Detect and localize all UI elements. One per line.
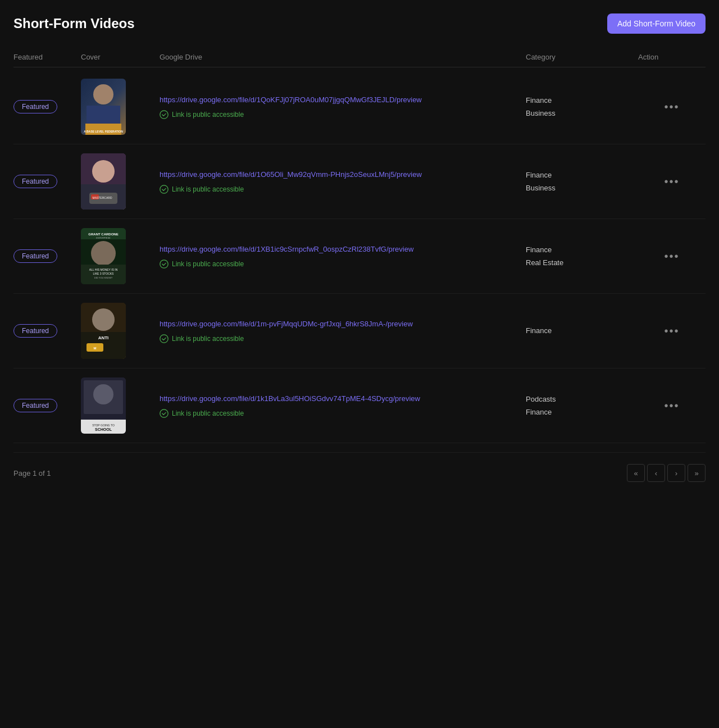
public-label: Link is public accessible	[172, 260, 244, 268]
featured-cell: Featured	[13, 100, 81, 113]
cover-cell: A BASE LEVEL FEDERATION	[81, 79, 160, 135]
svg-point-21	[160, 260, 168, 268]
drive-cell: https://drive.google.com/file/d/1XB1ic9c…	[160, 244, 526, 269]
table-row: Featured STOP GOING TO SCHOOL https://dr…	[13, 368, 706, 443]
action-cell: •••	[638, 173, 706, 190]
videos-table: Featured Cover Google Drive Category Act…	[13, 47, 706, 443]
featured-badge: Featured	[13, 249, 57, 263]
drive-link[interactable]: https://drive.google.com/file/d/1XB1ic9c…	[160, 244, 515, 255]
page-header: Short-Form Videos Add Short-Form Video	[13, 13, 706, 34]
category-item: Finance	[526, 243, 638, 256]
header-category: Category	[526, 53, 638, 61]
svg-point-23	[92, 308, 115, 331]
header-google-drive: Google Drive	[160, 53, 526, 61]
svg-point-0	[93, 84, 113, 104]
public-label: Link is public accessible	[172, 410, 244, 417]
featured-badge: Featured	[13, 100, 57, 113]
header-action: Action	[638, 53, 706, 61]
header-cover: Cover	[81, 53, 160, 61]
action-cell: •••	[638, 98, 706, 116]
public-badge: Link is public accessible	[160, 260, 515, 269]
first-page-button[interactable]: «	[627, 464, 645, 482]
svg-point-4	[160, 111, 168, 119]
table-row: Featured A BASE LEVEL FEDERATION https:/…	[13, 70, 706, 144]
drive-link[interactable]: https://drive.google.com/file/d/1k1BvLa3…	[160, 393, 515, 404]
more-actions-button[interactable]: •••	[659, 98, 684, 116]
category-cell: Finance Business	[526, 169, 638, 195]
drive-link[interactable]: https://drive.google.com/file/d/1O65Oli_…	[160, 169, 515, 180]
drive-link[interactable]: https://drive.google.com/file/d/1QoKFJj0…	[160, 94, 515, 106]
cover-cell: STOP GOING TO SCHOOL	[81, 377, 160, 434]
featured-badge: Featured	[13, 175, 57, 188]
svg-point-16	[91, 241, 116, 266]
featured-cell: Featured	[13, 175, 81, 188]
more-actions-button[interactable]: •••	[659, 248, 684, 265]
featured-badge: Featured	[13, 399, 57, 412]
svg-text:GRANT CARDONE: GRANT CARDONE	[88, 233, 118, 236]
public-badge: Link is public accessible	[160, 110, 515, 119]
more-actions-button[interactable]: •••	[659, 322, 684, 340]
svg-text:STOP GOING TO: STOP GOING TO	[92, 424, 115, 427]
thumbnail: MASTERCARD	[81, 153, 126, 210]
svg-rect-2	[85, 124, 121, 135]
table-row: Featured GRANT CARDONE ENTERPRISE ALL HI…	[13, 219, 706, 294]
category-item: Business	[526, 107, 638, 120]
prev-page-button[interactable]: ‹	[647, 464, 665, 482]
cover-cell: ANTI M	[81, 303, 160, 359]
svg-text:MASTERCARD: MASTERCARD	[92, 196, 112, 199]
svg-point-31	[93, 384, 113, 404]
drive-cell: https://drive.google.com/file/d/1QoKFJj0…	[160, 94, 526, 119]
category-item: Podcasts	[526, 393, 638, 406]
svg-text:LIKE 3 STOCKS: LIKE 3 STOCKS	[93, 272, 115, 275]
next-page-button[interactable]: ›	[667, 464, 685, 482]
category-cell: Finance	[526, 324, 638, 337]
last-page-button[interactable]: »	[688, 464, 706, 482]
action-cell: •••	[638, 397, 706, 415]
svg-point-6	[92, 160, 115, 183]
table-header: Featured Cover Google Drive Category Act…	[13, 47, 706, 67]
drive-link[interactable]: https://drive.google.com/file/d/1m-pvFjM…	[160, 319, 515, 330]
drive-cell: https://drive.google.com/file/d/1O65Oli_…	[160, 169, 526, 194]
category-cell: Podcasts Finance	[526, 393, 638, 419]
more-actions-button[interactable]: •••	[659, 397, 684, 415]
svg-text:ALL HIS MONEY IS IN: ALL HIS MONEY IS IN	[89, 268, 118, 271]
svg-text:DID YOU KNOW?: DID YOU KNOW?	[94, 276, 113, 279]
page-title: Short-Form Videos	[13, 16, 135, 31]
svg-text:SCHOOL: SCHOOL	[95, 427, 112, 431]
action-cell: •••	[638, 322, 706, 340]
svg-point-28	[160, 335, 168, 343]
public-badge: Link is public accessible	[160, 334, 515, 343]
page-info: Page 1 of 1	[13, 469, 51, 477]
public-badge: Link is public accessible	[160, 409, 515, 418]
add-video-button[interactable]: Add Short-Form Video	[607, 13, 706, 34]
svg-text:M: M	[94, 347, 97, 350]
action-cell: •••	[638, 248, 706, 265]
category-item: Finance	[526, 324, 638, 337]
more-actions-button[interactable]: •••	[659, 173, 684, 190]
cover-cell: GRANT CARDONE ENTERPRISE ALL HIS MONEY I…	[81, 228, 160, 284]
category-item: Finance	[526, 94, 638, 107]
public-label: Link is public accessible	[172, 335, 244, 343]
featured-cell: Featured	[13, 249, 81, 263]
category-item: Business	[526, 181, 638, 194]
thumbnail: STOP GOING TO SCHOOL	[81, 377, 126, 434]
category-item: Finance	[526, 406, 638, 418]
pagination: « ‹ › »	[627, 464, 706, 482]
public-label: Link is public accessible	[172, 185, 244, 193]
table-footer: Page 1 of 1 « ‹ › »	[13, 452, 706, 493]
header-featured: Featured	[13, 53, 81, 61]
featured-badge: Featured	[13, 324, 57, 338]
svg-text:ENTERPRISE: ENTERPRISE	[96, 236, 111, 239]
svg-text:ANTI: ANTI	[98, 335, 109, 340]
thumbnail: ANTI M	[81, 303, 126, 359]
table-row: Featured MASTERCARD https://drive.google…	[13, 144, 706, 219]
drive-cell: https://drive.google.com/file/d/1k1BvLa3…	[160, 393, 526, 418]
category-item: Finance	[526, 169, 638, 181]
drive-cell: https://drive.google.com/file/d/1m-pvFjM…	[160, 319, 526, 343]
thumbnail: A BASE LEVEL FEDERATION	[81, 79, 126, 135]
featured-cell: Featured	[13, 324, 81, 338]
svg-text:A BASE LEVEL FEDERATION: A BASE LEVEL FEDERATION	[84, 130, 123, 133]
category-item: Real Estate	[526, 256, 638, 269]
category-cell: Finance Business	[526, 94, 638, 120]
table-row: Featured ANTI M https://drive.google.com…	[13, 294, 706, 368]
